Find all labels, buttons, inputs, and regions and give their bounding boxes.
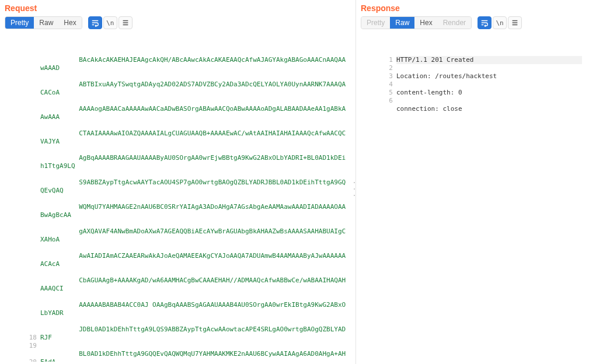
show-newlines-button[interactable]: \n: [103, 16, 117, 29]
response-code[interactable]: HTTP/1.1 201 Created Location: /routes/h…: [396, 48, 584, 162]
more-options-button[interactable]: [508, 16, 522, 29]
request-gutter: 1819 2021: [5, 48, 40, 362]
response-toolbar: Pretty Raw Hex Render \n: [361, 16, 584, 29]
wrap-icon: [91, 19, 99, 27]
payload-line: AAAAogABAACaAAAAAwAACaADwBASOrgABAwAACQo…: [40, 105, 348, 121]
payload-line: CbAGUAAgB+AAAAKgAD/wA6AAMHACgBwCAAAEHAH/…: [40, 276, 348, 293]
tab-render[interactable]: Render: [438, 17, 471, 29]
payload-line: CTAAIAAAAwAIOAZQAAAAIALgCUAGUAAQB+AAAAEw…: [40, 130, 348, 146]
request-view-tabs: Pretty Raw Hex: [5, 16, 82, 29]
request-toolbar: Pretty Raw Hex \n: [5, 16, 351, 29]
response-title: Response: [361, 4, 584, 13]
payload-line: gAXQAVAF4ANwBmADoAXwA7AGEAQQBiAEcAYwBrAG…: [40, 228, 348, 244]
response-editor[interactable]: 123456 HTTP/1.1 201 Created Location: /r…: [361, 32, 584, 362]
response-line: [396, 121, 582, 130]
response-view-tabs: Pretty Raw Hex Render: [361, 16, 472, 29]
payload-line: BL0AD1kDEhhTttgA9GQQEvQAQWQMqU7YAHMAAKMK…: [40, 350, 348, 362]
tab-raw[interactable]: Raw: [34, 17, 58, 29]
tab-hex[interactable]: Hex: [58, 17, 81, 29]
request-code[interactable]: BAcAkAcAKAEHAJEAAgcAkQH/ABcAAwcAkAcAKAEA…: [40, 48, 351, 362]
wrap-icon: [480, 19, 489, 27]
request-editor[interactable]: 1819 2021 BAcAkAcAKAEHAJEAAgcAkQH/ABcAAw…: [5, 32, 351, 362]
tab-hex[interactable]: Hex: [414, 17, 437, 29]
panel-resize-handle[interactable]: [353, 182, 356, 196]
tab-raw[interactable]: Raw: [390, 17, 414, 29]
newline-icon: \n: [106, 19, 114, 27]
response-line: connection: close: [396, 105, 582, 113]
payload-line: JDBL0AD1kDEhhTttgA9LQS9ABBZAypTtgAcwAAow…: [40, 326, 348, 342]
response-panel: Response Pretty Raw Hex Render \n 123456…: [356, 0, 589, 364]
hamburger-icon: [511, 19, 519, 27]
response-line: content-length: 0: [396, 89, 582, 97]
payload-line: S9ABBZAypTtgAcwAAYTacAOU4SP7gAO0wrtgBAOg…: [40, 178, 348, 195]
request-title: Request: [5, 4, 351, 13]
hamburger-icon: [121, 19, 130, 27]
request-panel: Request Pretty Raw Hex \n 1819 2021: [0, 0, 356, 364]
payload-line: AAAAAABABAB4ACC0AJ OAAgBqAAABSgAGAAUAAAB…: [40, 301, 348, 317]
response-gutter: 123456: [361, 48, 396, 162]
tab-pretty[interactable]: Pretty: [5, 17, 34, 29]
response-line: HTTP/1.1 201 Created: [396, 56, 582, 64]
payload-line: WQMqU7YAHMAAGE2nAAU6BC0SRrYAIAgA3ADoAHgA…: [40, 203, 348, 219]
payload-line: AgBqAAAABRAAGAAUAAAAByAU0SOrgAA0wrEjwBBt…: [40, 154, 348, 170]
wrap-lines-button[interactable]: [478, 16, 492, 29]
tab-pretty[interactable]: Pretty: [361, 17, 390, 29]
response-line: [396, 138, 582, 146]
show-newlines-button[interactable]: \n: [493, 16, 507, 29]
newline-icon: \n: [496, 19, 503, 27]
payload-line: BAcAkAcAKAEHAJEAAgcAkQH/ABcAAwcAkAcAKAEA…: [40, 56, 348, 72]
payload-line: ABTBIxuAAyTSwqtgADAyq2AD02ADS7ADVZBCy2AD…: [40, 80, 348, 97]
payload-line: AwAIADIAmACZAAEARwAkAJoAeQAMAEEAKgCYAJoA…: [40, 252, 348, 268]
wrap-lines-button[interactable]: [88, 16, 102, 29]
response-line: Location: /routes/hacktest: [396, 72, 582, 80]
more-options-button[interactable]: [119, 16, 133, 29]
